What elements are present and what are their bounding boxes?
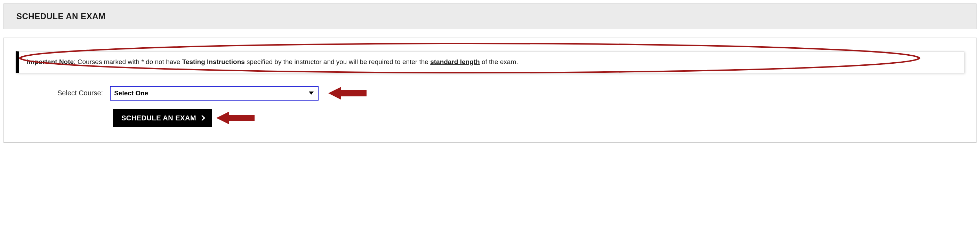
schedule-exam-button-label: SCHEDULE AN EXAM	[121, 114, 196, 122]
annotation-arrow-button	[216, 110, 255, 126]
important-note-box: Important Note: Courses marked with * do…	[16, 51, 964, 73]
page-title: SCHEDULE AN EXAM	[16, 11, 964, 21]
button-row: SCHEDULE AN EXAM	[113, 109, 964, 127]
important-note-text: Important Note: Courses marked with * do…	[27, 58, 956, 67]
select-course-label: Select Course:	[57, 89, 103, 97]
note-text-before: : Courses marked with * do not have	[74, 58, 182, 65]
schedule-exam-button[interactable]: SCHEDULE AN EXAM	[113, 109, 212, 127]
note-text-after: of the exam.	[480, 58, 518, 65]
svg-marker-3	[216, 112, 255, 124]
select-course-row: Select Course: Select One	[57, 86, 964, 101]
main-panel: Important Note: Courses marked with * do…	[3, 38, 977, 143]
course-select[interactable]: Select One	[110, 86, 318, 101]
svg-marker-2	[328, 87, 366, 99]
select-course-wrap: Select One	[110, 86, 318, 101]
note-text-middle: specified by the instructor and you will…	[245, 58, 430, 65]
annotation-arrow-select	[328, 86, 366, 101]
note-standard-length: standard length	[430, 58, 480, 65]
page-header: SCHEDULE AN EXAM	[3, 3, 977, 29]
note-testing-instructions: Testing Instructions	[182, 58, 245, 65]
chevron-right-icon	[201, 115, 205, 121]
note-label: Important Note	[27, 58, 74, 65]
